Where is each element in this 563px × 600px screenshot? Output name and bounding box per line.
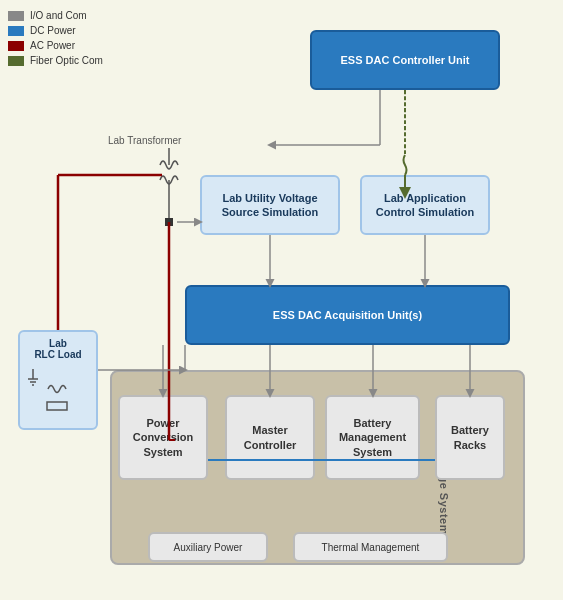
- legend-dc-power: DC Power: [8, 25, 103, 36]
- auxiliary-power-label: Auxiliary Power: [174, 541, 243, 554]
- battery-racks-label: Battery Racks: [445, 423, 495, 452]
- power-conversion-label: Power Conversion System: [128, 416, 198, 459]
- legend-color-dc: [8, 26, 24, 36]
- svg-rect-4: [47, 402, 67, 410]
- svg-rect-7: [165, 218, 173, 226]
- lab-utility-label: Lab Utility Voltage Source Simulation: [210, 191, 330, 220]
- battery-management-label: Battery Management System: [335, 416, 410, 459]
- battery-racks-box: Battery Racks: [435, 395, 505, 480]
- thermal-management-box: Thermal Management: [293, 532, 448, 562]
- legend-color-ac: [8, 41, 24, 51]
- legend-label-fiber: Fiber Optic Com: [30, 55, 103, 66]
- master-controller-box: Master Controller: [225, 395, 315, 480]
- thermal-management-label: Thermal Management: [322, 541, 420, 554]
- legend: I/O and Com DC Power AC Power Fiber Opti…: [8, 10, 103, 66]
- ess-dac-acquisition-box: ESS DAC Acquisition Unit(s): [185, 285, 510, 345]
- legend-ac-power: AC Power: [8, 40, 103, 51]
- power-conversion-box: Power Conversion System: [118, 395, 208, 480]
- legend-label-dc: DC Power: [30, 25, 76, 36]
- legend-io-com: I/O and Com: [8, 10, 103, 21]
- auxiliary-power-box: Auxiliary Power: [148, 532, 268, 562]
- lab-rlc-box: Lab RLC Load: [18, 330, 98, 430]
- lab-application-box: Lab Application Control Simulation: [360, 175, 490, 235]
- lab-transformer-label: Lab Transformer: [108, 135, 181, 146]
- rlc-symbol: [23, 364, 93, 419]
- ess-dac-controller-label: ESS DAC Controller Unit: [341, 53, 470, 67]
- legend-label-ac: AC Power: [30, 40, 75, 51]
- lab-application-label: Lab Application Control Simulation: [370, 191, 480, 220]
- ess-dac-controller-box: ESS DAC Controller Unit: [310, 30, 500, 90]
- legend-color-io: [8, 11, 24, 21]
- master-controller-label: Master Controller: [235, 423, 305, 452]
- legend-label-io: I/O and Com: [30, 10, 87, 21]
- battery-management-box: Battery Management System: [325, 395, 420, 480]
- lab-utility-box: Lab Utility Voltage Source Simulation: [200, 175, 340, 235]
- lab-rlc-line1: Lab: [49, 338, 67, 349]
- ess-dac-acquisition-label: ESS DAC Acquisition Unit(s): [273, 308, 422, 322]
- legend-color-fiber: [8, 56, 24, 66]
- lab-rlc-line2: RLC Load: [34, 349, 81, 360]
- legend-fiber-optic: Fiber Optic Com: [8, 55, 103, 66]
